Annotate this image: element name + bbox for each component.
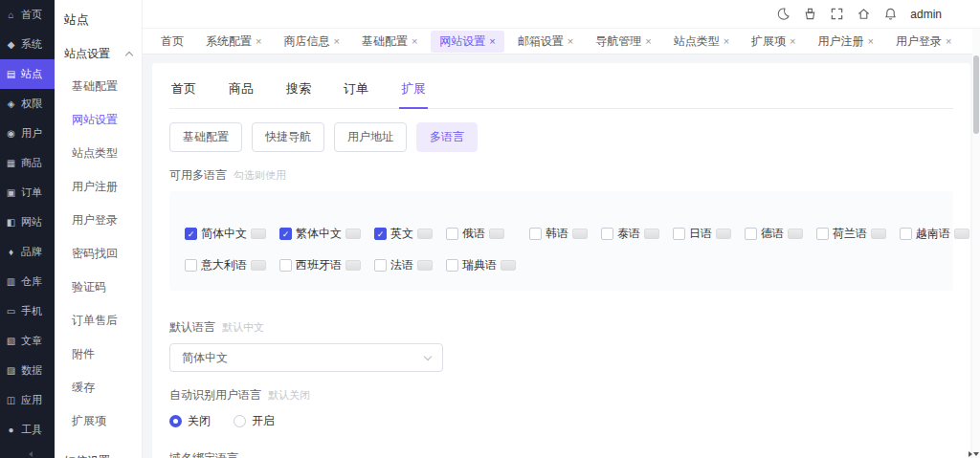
submenu-group-site-settings[interactable]: 站点设置 — [55, 38, 142, 70]
submenu-item-extension[interactable]: 扩展项 — [55, 404, 142, 438]
scroll-down-arrow-icon[interactable] — [973, 452, 979, 456]
language-checkbox[interactable]: ✓ — [816, 228, 829, 240]
sidebar-item-data[interactable]: ▨数据 — [0, 356, 55, 385]
submenu-item-attachment[interactable]: 附件 — [55, 338, 142, 371]
tab-store-info[interactable]: 商店信息× — [275, 31, 347, 53]
language-checkbox[interactable]: ✓ — [745, 228, 757, 240]
tab-extension[interactable]: 扩展项× — [743, 31, 804, 53]
language-checkbox[interactable]: ✓ — [529, 228, 542, 240]
chip-user-address[interactable]: 用户地址 — [334, 122, 407, 152]
chip-multi-language[interactable]: 多语言 — [416, 122, 478, 152]
language-option[interactable]: ✓瑞典语 — [446, 257, 516, 273]
tab-close-icon[interactable]: × — [946, 36, 951, 47]
chip-basic-config[interactable]: 基础配置 — [169, 122, 242, 152]
tab-system-config[interactable]: 系统配置× — [197, 31, 270, 53]
submenu-item-user-register[interactable]: 用户注册 — [55, 170, 142, 204]
language-option[interactable]: ✓西班牙语 — [279, 257, 361, 273]
submenu-item-order-aftersale[interactable]: 订单售后 — [55, 304, 142, 338]
sidebar-item-mobile[interactable]: ▭手机 — [0, 296, 55, 326]
vertical-scrollbar[interactable] — [972, 29, 980, 458]
radio-unselected-icon[interactable] — [234, 415, 246, 427]
tab-site-type[interactable]: 站点类型× — [665, 31, 738, 53]
sidebar-item-app[interactable]: ◫应用 — [0, 385, 55, 415]
tab-user-login[interactable]: 用户登录× — [887, 31, 960, 53]
language-option[interactable]: ✓越南语 — [900, 226, 969, 242]
tab-website-settings[interactable]: 网站设置× — [431, 31, 503, 53]
submenu-item-user-login[interactable]: 用户登录 — [55, 204, 142, 237]
notification-icon[interactable] — [883, 7, 898, 21]
sidebar-item-home[interactable]: ⌂首页 — [0, 0, 55, 30]
language-option[interactable]: ✓俄语 — [446, 226, 516, 242]
language-option[interactable]: ✓意大利语 — [185, 257, 266, 273]
radio-selected-icon[interactable] — [169, 415, 182, 427]
tab-close-icon[interactable]: × — [645, 36, 651, 47]
language-checkbox[interactable]: ✓ — [279, 259, 292, 272]
language-option[interactable]: ✓日语 — [673, 226, 731, 242]
clean-icon[interactable] — [803, 7, 817, 21]
tab-close-icon[interactable]: × — [256, 36, 261, 47]
language-option[interactable]: ✓德语 — [745, 226, 803, 242]
tab-close-icon[interactable]: × — [333, 36, 339, 47]
tab-close-icon[interactable]: × — [868, 36, 874, 47]
submenu-item-captcha[interactable]: 验证码 — [55, 271, 142, 304]
ctab-search[interactable]: 搜索 — [284, 69, 313, 108]
language-option[interactable]: ✓法语 — [374, 257, 433, 273]
language-option[interactable]: ✓韩语 — [529, 226, 588, 242]
tab-close-icon[interactable]: × — [790, 36, 795, 47]
horizontal-scrollbar[interactable] — [29, 450, 972, 458]
sidebar-item-brand[interactable]: ♦品牌 — [0, 237, 55, 267]
sidebar-item-user[interactable]: ◉用户 — [0, 119, 55, 148]
sidebar-item-article[interactable]: ▧文章 — [0, 326, 55, 356]
tab-email-settings[interactable]: 邮箱设置× — [509, 31, 582, 53]
tab-basic-config[interactable]: 基础配置× — [353, 31, 426, 53]
sidebar-item-website[interactable]: ◧网站 — [0, 207, 55, 237]
scroll-right-arrow-icon[interactable] — [969, 451, 972, 457]
sidebar-item-goods[interactable]: ▦商品 — [0, 148, 55, 178]
tab-home[interactable]: 首页 — [152, 31, 192, 53]
submenu-item-site-type[interactable]: 站点类型 — [55, 137, 142, 170]
radio-open[interactable]: 开启 — [234, 413, 275, 429]
tab-close-icon[interactable]: × — [724, 36, 729, 47]
default-language-select[interactable]: 简体中文 — [169, 343, 443, 372]
language-checkbox[interactable]: ✓ — [900, 228, 912, 240]
submenu-item-cache[interactable]: 缓存 — [55, 371, 142, 404]
tab-nav-manage[interactable]: 导航管理× — [587, 31, 659, 53]
language-checkbox[interactable]: ✓ — [185, 259, 197, 272]
language-option[interactable]: ✓泰语 — [601, 226, 659, 242]
ctab-order[interactable]: 订单 — [342, 69, 370, 108]
language-checkbox[interactable]: ✓ — [279, 228, 292, 240]
language-option[interactable]: ✓荷兰语 — [816, 226, 886, 242]
home-icon[interactable] — [857, 7, 871, 21]
language-checkbox[interactable]: ✓ — [673, 228, 685, 240]
radio-close[interactable]: 关闭 — [169, 413, 211, 429]
scroll-left-arrow-icon[interactable] — [29, 451, 33, 457]
language-option[interactable]: ✓繁体中文 — [279, 226, 361, 242]
tab-user-register[interactable]: 用户注册× — [810, 31, 882, 53]
tab-close-icon[interactable]: × — [489, 36, 495, 47]
language-option[interactable]: ✓简体中文 — [185, 226, 266, 242]
sidebar-item-order[interactable]: ▣订单 — [0, 178, 55, 207]
sidebar-item-tool[interactable]: ●工具 — [0, 415, 55, 445]
language-checkbox[interactable]: ✓ — [374, 228, 387, 240]
tab-close-icon[interactable]: × — [412, 36, 417, 47]
vertical-scrollbar-thumb[interactable] — [973, 55, 979, 134]
sidebar-item-system[interactable]: ◆系统 — [0, 30, 55, 59]
submenu-item-password-recover[interactable]: 密码找回 — [55, 237, 142, 271]
language-checkbox[interactable]: ✓ — [185, 228, 197, 240]
username[interactable]: admin — [910, 8, 942, 21]
ctab-goods[interactable]: 商品 — [227, 69, 256, 108]
language-checkbox[interactable]: ✓ — [374, 259, 387, 272]
sidebar-item-site[interactable]: ▤站点 — [0, 59, 55, 89]
fullscreen-icon[interactable] — [830, 7, 844, 21]
submenu-item-website-settings[interactable]: 网站设置 — [55, 103, 142, 137]
theme-icon[interactable] — [776, 7, 791, 21]
tab-close-icon[interactable]: × — [568, 36, 573, 47]
submenu-item-basic-config[interactable]: 基础配置 — [55, 70, 142, 103]
ctab-home[interactable]: 首页 — [169, 69, 198, 108]
language-checkbox[interactable]: ✓ — [601, 228, 613, 240]
sidebar-item-permission[interactable]: ◈权限 — [0, 89, 55, 119]
language-checkbox[interactable]: ✓ — [446, 259, 458, 272]
language-checkbox[interactable]: ✓ — [446, 228, 458, 240]
chip-quick-nav[interactable]: 快捷导航 — [252, 122, 324, 152]
ctab-extension[interactable]: 扩展 — [399, 69, 428, 109]
